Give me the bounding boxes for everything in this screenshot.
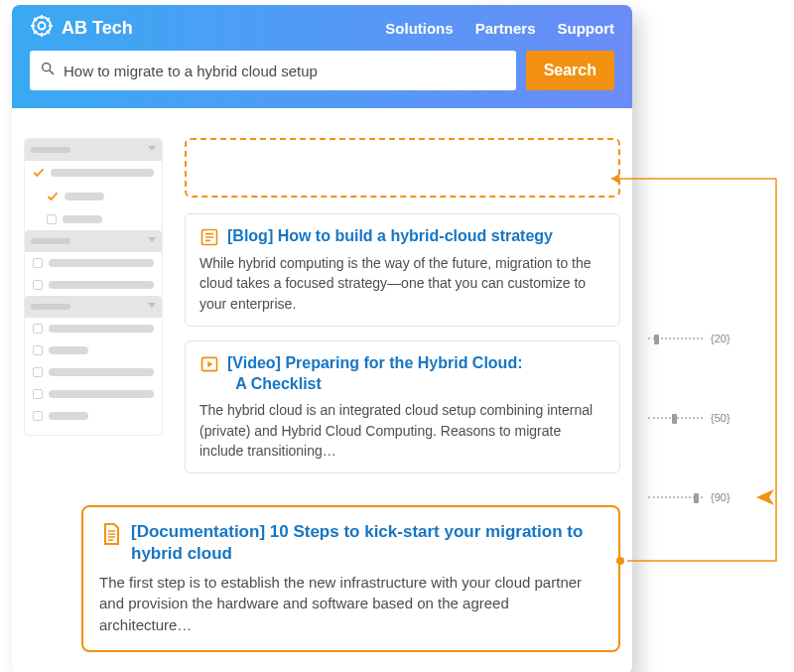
filter-item[interactable] (25, 318, 162, 339)
filter-item[interactable] (25, 405, 162, 427)
svg-point-2 (43, 64, 51, 71)
filter-item[interactable] (25, 383, 162, 405)
filter-item[interactable] (25, 252, 162, 274)
result-snippet: While hybrid computing is the way of the… (199, 253, 605, 314)
result-title: [Documentation] 10 Steps to kick-start y… (131, 521, 602, 565)
result-card-blog[interactable]: [Blog] How to build a hybrid-cloud strat… (185, 213, 620, 327)
filter-item[interactable] (25, 361, 162, 383)
result-card-video[interactable]: [Video] Preparing for the Hybrid Cloud: … (185, 340, 620, 473)
filter-item-checked[interactable] (25, 185, 162, 208)
check-icon (33, 167, 45, 179)
results-list: [Blog] How to build a hybrid-cloud strat… (185, 138, 620, 487)
topbar: AB Tech Solutions Partners Support (12, 5, 632, 51)
search-button[interactable]: Search (526, 51, 614, 90)
relevance-slider-1[interactable]: {20} (648, 333, 730, 344)
search-icon (40, 61, 56, 80)
result-snippet: The first step is to establish the new i… (99, 572, 602, 636)
filter-item-checked[interactable] (25, 161, 162, 185)
filter-group-header[interactable] (25, 296, 162, 318)
result-title: [Blog] How to build a hybrid-cloud strat… (227, 226, 553, 247)
svg-point-1 (39, 22, 46, 29)
slider-value: {20} (711, 333, 730, 344)
content: [Blog] How to build a hybrid-cloud strat… (12, 108, 632, 505)
filter-item[interactable] (25, 339, 162, 361)
chevron-down-icon (148, 303, 156, 308)
relevance-slider-3[interactable]: {90} (648, 491, 730, 503)
filter-item[interactable] (25, 208, 162, 230)
filter-item[interactable] (25, 274, 162, 296)
slider-value: {90} (711, 491, 730, 503)
slider-value: {50} (711, 412, 730, 424)
top-nav: Solutions Partners Support (385, 20, 614, 37)
nav-partners[interactable]: Partners (475, 20, 536, 37)
svg-line-3 (50, 70, 54, 74)
filters-sidebar (24, 138, 163, 436)
result-snippet: The hybrid cloud is an integrated cloud … (199, 400, 605, 461)
plane-icon (754, 485, 778, 513)
search-row: Search (12, 51, 632, 108)
brand-name: AB Tech (62, 18, 133, 39)
document-icon (99, 522, 123, 546)
result-title: [Video] Preparing for the Hybrid Cloud: … (227, 353, 523, 395)
app-window: AB Tech Solutions Partners Support Searc… (12, 5, 632, 672)
check-icon (47, 191, 59, 202)
search-input-wrap (30, 51, 516, 90)
blog-icon (199, 227, 219, 247)
video-icon (199, 354, 219, 374)
result-card-documentation[interactable]: [Documentation] 10 Steps to kick-start y… (81, 505, 620, 651)
nav-solutions[interactable]: Solutions (385, 20, 453, 37)
brand: AB Tech (30, 14, 133, 43)
chevron-down-icon (148, 146, 156, 151)
gear-icon (30, 14, 54, 43)
filter-group-header[interactable] (25, 139, 162, 161)
search-input[interactable] (56, 63, 506, 79)
filter-group-header[interactable] (25, 230, 162, 252)
nav-support[interactable]: Support (558, 20, 615, 37)
chevron-down-icon (148, 237, 156, 242)
result-placeholder-slot (185, 138, 620, 198)
relevance-slider-2[interactable]: {50} (648, 412, 730, 424)
